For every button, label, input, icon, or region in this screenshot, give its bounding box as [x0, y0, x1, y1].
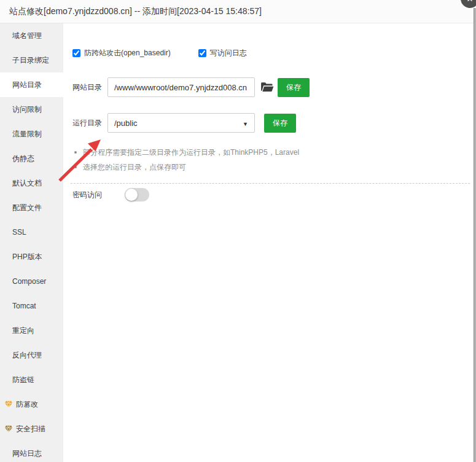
sidebar-item-php-version[interactable]: PHP版本 [0, 245, 63, 269]
sidebar-item-composer[interactable]: Composer [0, 269, 63, 294]
open-basedir-label: 防跨站攻击(open_basedir) [84, 48, 171, 58]
sidebar-item-domain-manage[interactable]: 域名管理 [0, 23, 63, 48]
sidebar-nav: 域名管理 子目录绑定 网站目录 访问限制 流量限制 伪静态 默认文档 配置文件 … [0, 23, 63, 462]
password-access-toggle[interactable] [125, 188, 149, 202]
sidebar-item-security-scan[interactable]: 安全扫描 [0, 417, 63, 441]
gem-icon [4, 425, 13, 433]
chevron-down-icon: ▼ [243, 121, 248, 127]
dialog-titlebar: 站点修改[demo7.ynjdzzd008.cn] -- 添加时间[2023-0… [0, 0, 476, 23]
vertical-scrollbar[interactable] [474, 8, 476, 462]
password-access-label: 密码访问 [72, 190, 125, 200]
sidebar-item-ssl[interactable]: SSL [0, 220, 63, 245]
sidebar-item-tomcat[interactable]: Tomcat [0, 294, 63, 318]
dialog-title: 站点修改[demo7.ynjdzzd008.cn] -- 添加时间[2023-0… [9, 6, 262, 17]
site-edit-dialog: 站点修改[demo7.ynjdzzd008.cn] -- 添加时间[2023-0… [0, 0, 476, 462]
sidebar-item-rewrite[interactable]: 伪静态 [0, 146, 63, 171]
write-access-log-option[interactable]: 写访问日志 [198, 48, 247, 58]
write-access-log-checkbox[interactable] [198, 49, 206, 57]
help-note: 选择您的运行目录，点保存即可 [71, 160, 470, 174]
options-row: 防跨站攻击(open_basedir) 写访问日志 [72, 48, 275, 58]
folder-browse-icon[interactable] [260, 82, 274, 93]
password-access-row: 密码访问 [72, 188, 149, 202]
sidebar-item-default-doc[interactable]: 默认文档 [0, 171, 63, 195]
run-dir-row: 运行目录 /public ▼ 保存 [72, 113, 296, 133]
open-basedir-option[interactable]: 防跨站攻击(open_basedir) [72, 48, 171, 58]
sidebar-item-config-file[interactable]: 配置文件 [0, 195, 63, 220]
sidebar-item-traffic-limit[interactable]: 流量限制 [0, 122, 63, 146]
main-content: 防跨站攻击(open_basedir) 写访问日志 网站目录 保存 运行目录 /… [63, 23, 473, 462]
sidebar-item-site-logs[interactable]: 网站日志 [0, 441, 63, 462]
run-dir-label: 运行目录 [72, 118, 107, 128]
write-access-log-label: 写访问日志 [210, 48, 247, 58]
sidebar-item-site-directory[interactable]: 网站目录 [0, 72, 63, 97]
site-dir-row: 网站目录 保存 [72, 77, 310, 97]
site-dir-save-button[interactable]: 保存 [278, 78, 310, 97]
close-icon: ✕ [467, 0, 474, 4]
sidebar-item-subdir-binding[interactable]: 子目录绑定 [0, 48, 63, 72]
run-dir-save-button[interactable]: 保存 [264, 114, 296, 133]
toggle-knob [125, 189, 138, 201]
help-note: 部分程序需要指定二级目录作为运行目录，如ThinkPHP5，Laravel [71, 145, 470, 160]
run-dir-selected-value: /public [114, 119, 138, 128]
sidebar-item-tamper-proof[interactable]: 防篡改 [0, 392, 63, 417]
site-dir-input[interactable] [107, 77, 255, 97]
gem-icon [4, 401, 13, 408]
run-dir-select[interactable]: /public ▼ [107, 113, 255, 133]
site-dir-label: 网站目录 [72, 82, 107, 93]
sidebar-item-redirect[interactable]: 重定向 [0, 318, 63, 343]
sidebar-item-reverse-proxy[interactable]: 反向代理 [0, 343, 63, 367]
sidebar-item-anti-leech[interactable]: 防盗链 [0, 367, 63, 392]
help-notes: 部分程序需要指定二级目录作为运行目录，如ThinkPHP5，Laravel 选择… [71, 145, 470, 184]
open-basedir-checkbox[interactable] [72, 49, 80, 57]
sidebar-item-access-limit[interactable]: 访问限制 [0, 97, 63, 122]
